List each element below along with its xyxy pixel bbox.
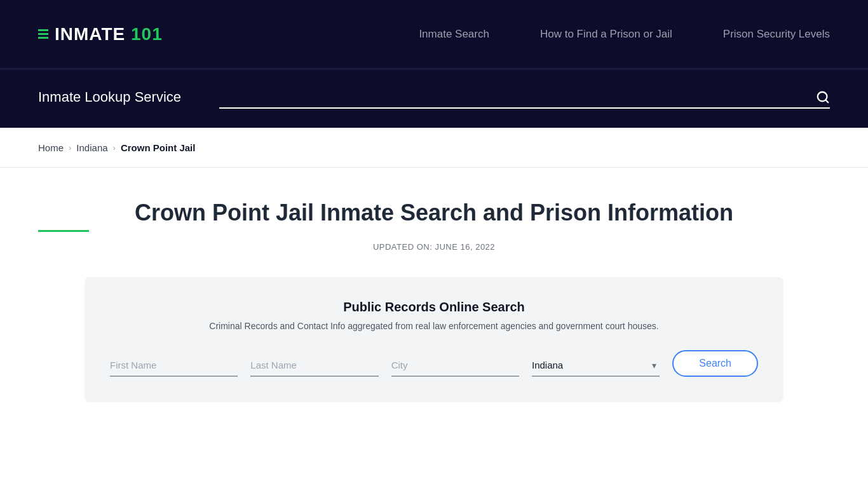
public-records-title: Public Records Online Search bbox=[110, 300, 758, 315]
lookup-title: Inmate Lookup Service bbox=[38, 89, 181, 105]
page-title-block: Crown Point Jail Inmate Search and Priso… bbox=[38, 200, 830, 232]
city-input[interactable] bbox=[391, 355, 519, 377]
state-select[interactable]: Indiana Alabama Alaska Arizona Californi… bbox=[532, 355, 660, 377]
nav-security-levels[interactable]: Prison Security Levels bbox=[723, 28, 830, 41]
breadcrumb: Home › Indiana › Crown Point Jail bbox=[0, 128, 868, 168]
public-records-box: Public Records Online Search Criminal Re… bbox=[85, 277, 783, 402]
logo-bars-icon bbox=[38, 29, 48, 39]
main-content: Crown Point Jail Inmate Search and Priso… bbox=[0, 168, 868, 428]
public-records-form: Indiana Alabama Alaska Arizona Californi… bbox=[110, 350, 758, 377]
public-records-description: Criminal Records and Contact Info aggreg… bbox=[110, 321, 758, 331]
page-title: Crown Point Jail Inmate Search and Priso… bbox=[135, 200, 733, 226]
nav-links: Inmate Search How to Find a Prison or Ja… bbox=[419, 28, 830, 41]
logo-link[interactable]: INMATE 101 bbox=[38, 24, 163, 44]
svg-line-1 bbox=[825, 100, 828, 102]
top-navigation: INMATE 101 Inmate Search How to Find a P… bbox=[0, 0, 868, 70]
breadcrumb-home[interactable]: Home bbox=[38, 142, 64, 153]
search-input-wrapper bbox=[219, 86, 830, 109]
state-select-wrapper: Indiana Alabama Alaska Arizona Californi… bbox=[532, 355, 660, 377]
last-name-field bbox=[250, 355, 378, 377]
city-field bbox=[391, 355, 519, 377]
breadcrumb-current: Crown Point Jail bbox=[121, 142, 196, 153]
nav-inmate-search[interactable]: Inmate Search bbox=[419, 28, 489, 41]
search-button[interactable]: Search bbox=[672, 350, 758, 377]
search-icon bbox=[816, 90, 830, 104]
main-search-input[interactable] bbox=[219, 86, 830, 109]
title-underline bbox=[38, 230, 89, 232]
nav-how-to-find[interactable]: How to Find a Prison or Jail bbox=[540, 28, 672, 41]
breadcrumb-separator-2: › bbox=[113, 143, 116, 152]
breadcrumb-state[interactable]: Indiana bbox=[76, 142, 107, 153]
main-search-button[interactable] bbox=[816, 90, 830, 104]
updated-on: UPDATED ON: JUNE 16, 2022 bbox=[38, 242, 830, 252]
search-bar-section: Inmate Lookup Service bbox=[0, 70, 868, 128]
last-name-input[interactable] bbox=[250, 355, 378, 377]
logo-text: INMATE 101 bbox=[55, 24, 163, 44]
breadcrumb-separator-1: › bbox=[69, 143, 71, 152]
first-name-input[interactable] bbox=[110, 355, 238, 377]
first-name-field bbox=[110, 355, 238, 377]
